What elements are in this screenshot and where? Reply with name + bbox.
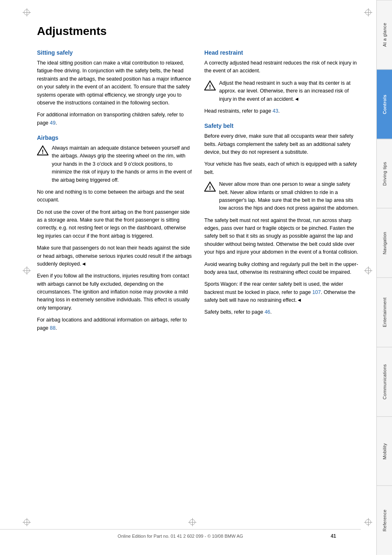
footer-text: Online Edition for Part no. 01 41 2 602 … [118, 534, 243, 539]
airbags-para1: No one and nothing is to come between th… [37, 188, 192, 204]
safety-belt-para6: Safety belts, refer to page 46. [204, 308, 359, 316]
airbags-para5: For airbag locations and additional info… [37, 316, 192, 332]
warning-icon-safety-belt: ! [204, 181, 216, 192]
link-page88[interactable]: 88 [50, 325, 55, 331]
left-column: Sitting safely The ideal sitting positio… [37, 49, 192, 336]
head-restraint-warning1-text: Adjust the head restraint in such a way … [219, 79, 359, 103]
page-number: 41 [331, 533, 336, 539]
head-restraint-para2: Head restraints, refer to page 43. [204, 107, 359, 115]
svg-text:!: ! [42, 148, 44, 155]
footer: Online Edition for Part no. 01 41 2 602 … [0, 529, 361, 539]
airbags-para3: Make sure that passengers do not lean th… [37, 244, 192, 268]
sidebar-tab-driving-tips[interactable]: Driving tips [377, 139, 392, 208]
airbags-heading: Airbags [37, 134, 192, 141]
sidebar-tab-navigation[interactable]: Navigation [377, 208, 392, 278]
sitting-safely-heading: Sitting safely [37, 49, 192, 56]
sitting-safely-para1: The ideal sitting position can make a vi… [37, 59, 192, 107]
safety-belt-warning1-text: Never allow more than one person to wear… [219, 180, 359, 213]
airbags-warning1-text: Always maintain an adequate distance bet… [52, 144, 192, 184]
head-restraint-heading: Head restraint [204, 49, 359, 56]
two-column-layout: Sitting safely The ideal sitting positio… [37, 49, 360, 336]
page-title: Adjustments [37, 25, 360, 38]
warning-icon-airbags: ! [37, 145, 48, 156]
warning-icon-head-restraint: ! [204, 80, 216, 91]
airbags-para4: Even if you follow all the instructions,… [37, 272, 192, 312]
link-page43[interactable]: 43 [272, 108, 278, 114]
right-column: Head restraint A correctly adjusted head… [204, 49, 359, 336]
main-content: Adjustments Sitting safely The ideal sit… [0, 0, 376, 555]
sidebar-tab-entertainment[interactable]: Entertainment [377, 278, 392, 347]
sidebar-tab-controls[interactable]: Controls [377, 69, 392, 139]
safety-belt-para2: Your vehicle has five seats, each of whi… [204, 160, 359, 176]
sidebar-tab-mobility[interactable]: Mobility [377, 416, 392, 486]
head-restraint-warning1: ! Adjust the head restraint in such a wa… [204, 79, 359, 103]
airbags-para2: Do not use the cover of the front airbag… [37, 208, 192, 240]
sitting-safely-para2: For additional information on transporti… [37, 111, 192, 127]
safety-belt-para5: Sports Wagon: if the rear center safety … [204, 280, 359, 304]
link-page46[interactable]: 46 [265, 309, 270, 315]
link-page107[interactable]: 107 [312, 289, 321, 295]
safety-belt-heading: Safety belt [204, 123, 359, 129]
sidebar: At a glance Controls Driving tips Naviga… [376, 0, 392, 555]
safety-belt-para4: Avoid wearing bulky clothing and regular… [204, 261, 359, 277]
link-page49[interactable]: 49 [50, 120, 55, 126]
sidebar-tab-reference[interactable]: Reference [377, 486, 392, 555]
sidebar-tab-at-a-glance[interactable]: At a glance [377, 0, 392, 69]
safety-belt-para3: The safety belt must not rest against th… [204, 217, 359, 257]
sidebar-tab-communications[interactable]: Communications [377, 347, 392, 416]
safety-belt-warning1: ! Never allow more than one person to we… [204, 180, 359, 213]
svg-text:!: ! [209, 83, 211, 90]
airbags-warning1: ! Always maintain an adequate distance b… [37, 144, 192, 184]
head-restraint-para1: A correctly adjusted head restraint redu… [204, 59, 359, 75]
svg-text:!: ! [209, 185, 211, 191]
safety-belt-para1: Before every drive, make sure that all o… [204, 132, 359, 156]
